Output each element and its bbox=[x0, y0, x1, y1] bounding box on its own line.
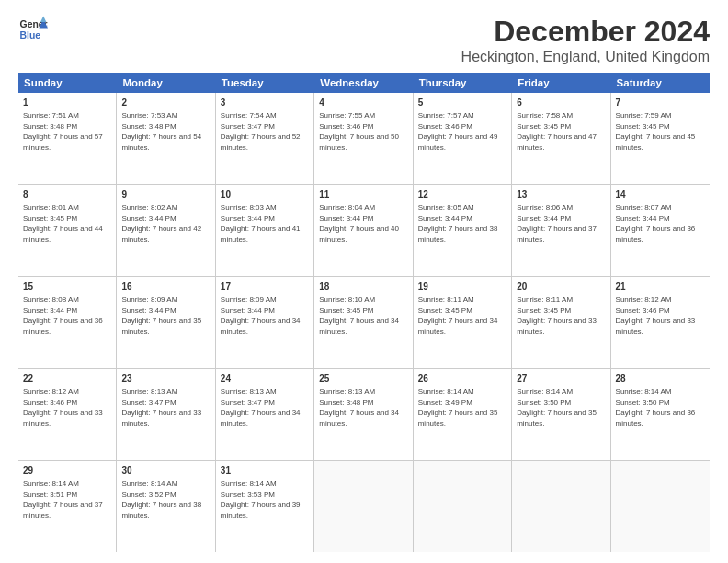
day-number: 15 bbox=[23, 281, 111, 293]
day-info: Sunrise: 8:13 AMSunset: 3:47 PMDaylight:… bbox=[121, 386, 210, 429]
day-info: Sunrise: 7:51 AMSunset: 3:48 PMDaylight:… bbox=[23, 110, 111, 153]
calendar-header: SundayMondayTuesdayWednesdayThursdayFrid… bbox=[18, 73, 710, 93]
cal-cell: 25Sunrise: 8:13 AMSunset: 3:48 PMDayligh… bbox=[314, 369, 413, 460]
cal-week-row: 29Sunrise: 8:14 AMSunset: 3:51 PMDayligh… bbox=[18, 461, 710, 552]
day-info: Sunrise: 8:12 AMSunset: 3:46 PMDaylight:… bbox=[616, 294, 705, 337]
day-info: Sunrise: 8:14 AMSunset: 3:49 PMDaylight:… bbox=[418, 386, 506, 429]
cal-cell: 9Sunrise: 8:02 AMSunset: 3:44 PMDaylight… bbox=[117, 185, 215, 276]
cal-header-day: Thursday bbox=[414, 73, 512, 93]
day-info: Sunrise: 8:07 AMSunset: 3:44 PMDaylight:… bbox=[616, 202, 705, 245]
cal-header-day: Wednesday bbox=[314, 73, 413, 93]
cal-cell: 30Sunrise: 8:14 AMSunset: 3:52 PMDayligh… bbox=[117, 461, 215, 552]
day-number: 19 bbox=[418, 281, 506, 293]
day-number: 3 bbox=[221, 97, 309, 109]
day-info: Sunrise: 7:57 AMSunset: 3:46 PMDaylight:… bbox=[418, 110, 506, 153]
cal-cell: 20Sunrise: 8:11 AMSunset: 3:45 PMDayligh… bbox=[512, 277, 610, 368]
cal-cell: 14Sunrise: 8:07 AMSunset: 3:44 PMDayligh… bbox=[611, 185, 710, 276]
day-info: Sunrise: 8:13 AMSunset: 3:48 PMDaylight:… bbox=[319, 386, 407, 429]
cal-cell: 2Sunrise: 7:53 AMSunset: 3:48 PMDaylight… bbox=[117, 93, 215, 184]
cal-cell: 11Sunrise: 8:04 AMSunset: 3:44 PMDayligh… bbox=[314, 185, 413, 276]
cal-week-row: 15Sunrise: 8:08 AMSunset: 3:44 PMDayligh… bbox=[18, 277, 710, 369]
cal-week-row: 22Sunrise: 8:12 AMSunset: 3:46 PMDayligh… bbox=[18, 369, 710, 461]
header: General Blue December 2024 Heckington, E… bbox=[18, 15, 710, 65]
cal-cell bbox=[414, 461, 512, 552]
title-block: December 2024 Heckington, England, Unite… bbox=[461, 15, 710, 65]
day-number: 17 bbox=[221, 281, 309, 293]
cal-cell: 23Sunrise: 8:13 AMSunset: 3:47 PMDayligh… bbox=[117, 369, 215, 460]
cal-cell: 24Sunrise: 8:13 AMSunset: 3:47 PMDayligh… bbox=[216, 369, 314, 460]
day-number: 20 bbox=[517, 281, 605, 293]
day-info: Sunrise: 8:03 AMSunset: 3:44 PMDaylight:… bbox=[221, 202, 309, 245]
day-number: 2 bbox=[121, 97, 210, 109]
cal-cell: 6Sunrise: 7:58 AMSunset: 3:45 PMDaylight… bbox=[512, 93, 610, 184]
cal-cell: 19Sunrise: 8:11 AMSunset: 3:45 PMDayligh… bbox=[414, 277, 512, 368]
day-number: 27 bbox=[517, 373, 605, 385]
day-info: Sunrise: 8:09 AMSunset: 3:44 PMDaylight:… bbox=[121, 294, 210, 337]
day-number: 30 bbox=[121, 465, 210, 477]
cal-cell: 7Sunrise: 7:59 AMSunset: 3:45 PMDaylight… bbox=[611, 93, 710, 184]
cal-cell: 8Sunrise: 8:01 AMSunset: 3:45 PMDaylight… bbox=[18, 185, 117, 276]
day-number: 1 bbox=[23, 97, 111, 109]
day-number: 6 bbox=[517, 97, 605, 109]
day-number: 9 bbox=[121, 189, 210, 201]
cal-cell: 18Sunrise: 8:10 AMSunset: 3:45 PMDayligh… bbox=[314, 277, 413, 368]
calendar: SundayMondayTuesdayWednesdayThursdayFrid… bbox=[18, 73, 710, 552]
day-number: 29 bbox=[23, 465, 111, 477]
cal-week-row: 1Sunrise: 7:51 AMSunset: 3:48 PMDaylight… bbox=[18, 93, 710, 185]
day-info: Sunrise: 8:11 AMSunset: 3:45 PMDaylight:… bbox=[517, 294, 605, 337]
day-number: 11 bbox=[319, 189, 407, 201]
subtitle: Heckington, England, United Kingdom bbox=[461, 49, 710, 65]
day-info: Sunrise: 8:12 AMSunset: 3:46 PMDaylight:… bbox=[23, 386, 111, 429]
day-info: Sunrise: 8:01 AMSunset: 3:45 PMDaylight:… bbox=[23, 202, 111, 245]
day-info: Sunrise: 8:08 AMSunset: 3:44 PMDaylight:… bbox=[23, 294, 111, 337]
cal-header-day: Tuesday bbox=[216, 73, 314, 93]
day-info: Sunrise: 7:55 AMSunset: 3:46 PMDaylight:… bbox=[319, 110, 407, 153]
day-number: 31 bbox=[221, 465, 309, 477]
day-number: 16 bbox=[121, 281, 210, 293]
day-number: 18 bbox=[319, 281, 407, 293]
day-number: 23 bbox=[121, 373, 210, 385]
calendar-body: 1Sunrise: 7:51 AMSunset: 3:48 PMDaylight… bbox=[18, 93, 710, 552]
cal-week-row: 8Sunrise: 8:01 AMSunset: 3:45 PMDaylight… bbox=[18, 185, 710, 277]
cal-cell bbox=[314, 461, 413, 552]
cal-cell: 29Sunrise: 8:14 AMSunset: 3:51 PMDayligh… bbox=[18, 461, 117, 552]
logo-icon: General Blue bbox=[18, 15, 48, 44]
page: General Blue December 2024 Heckington, E… bbox=[0, 0, 728, 563]
day-number: 13 bbox=[517, 189, 605, 201]
day-number: 10 bbox=[221, 189, 309, 201]
cal-header-day: Sunday bbox=[18, 73, 117, 93]
cal-cell bbox=[512, 461, 610, 552]
cal-cell: 26Sunrise: 8:14 AMSunset: 3:49 PMDayligh… bbox=[414, 369, 512, 460]
cal-cell: 31Sunrise: 8:14 AMSunset: 3:53 PMDayligh… bbox=[216, 461, 314, 552]
day-info: Sunrise: 7:58 AMSunset: 3:45 PMDaylight:… bbox=[517, 110, 605, 153]
day-info: Sunrise: 8:04 AMSunset: 3:44 PMDaylight:… bbox=[319, 202, 407, 245]
day-info: Sunrise: 7:59 AMSunset: 3:45 PMDaylight:… bbox=[616, 110, 705, 153]
cal-cell: 5Sunrise: 7:57 AMSunset: 3:46 PMDaylight… bbox=[414, 93, 512, 184]
cal-cell: 3Sunrise: 7:54 AMSunset: 3:47 PMDaylight… bbox=[216, 93, 314, 184]
day-info: Sunrise: 8:14 AMSunset: 3:53 PMDaylight:… bbox=[221, 478, 309, 521]
cal-cell: 12Sunrise: 8:05 AMSunset: 3:44 PMDayligh… bbox=[414, 185, 512, 276]
day-info: Sunrise: 8:10 AMSunset: 3:45 PMDaylight:… bbox=[319, 294, 407, 337]
day-info: Sunrise: 8:14 AMSunset: 3:51 PMDaylight:… bbox=[23, 478, 111, 521]
cal-cell bbox=[611, 461, 710, 552]
cal-header-day: Saturday bbox=[611, 73, 710, 93]
day-info: Sunrise: 7:54 AMSunset: 3:47 PMDaylight:… bbox=[221, 110, 309, 153]
day-info: Sunrise: 8:06 AMSunset: 3:44 PMDaylight:… bbox=[517, 202, 605, 245]
day-number: 12 bbox=[418, 189, 506, 201]
day-number: 4 bbox=[319, 97, 407, 109]
day-number: 5 bbox=[418, 97, 506, 109]
cal-cell: 16Sunrise: 8:09 AMSunset: 3:44 PMDayligh… bbox=[117, 277, 215, 368]
day-number: 21 bbox=[616, 281, 705, 293]
day-info: Sunrise: 8:13 AMSunset: 3:47 PMDaylight:… bbox=[221, 386, 309, 429]
day-info: Sunrise: 8:14 AMSunset: 3:52 PMDaylight:… bbox=[121, 478, 210, 521]
cal-cell: 10Sunrise: 8:03 AMSunset: 3:44 PMDayligh… bbox=[216, 185, 314, 276]
cal-cell: 15Sunrise: 8:08 AMSunset: 3:44 PMDayligh… bbox=[18, 277, 117, 368]
cal-cell: 4Sunrise: 7:55 AMSunset: 3:46 PMDaylight… bbox=[314, 93, 413, 184]
logo: General Blue bbox=[18, 15, 48, 44]
day-info: Sunrise: 8:09 AMSunset: 3:44 PMDaylight:… bbox=[221, 294, 309, 337]
day-number: 24 bbox=[221, 373, 309, 385]
day-info: Sunrise: 8:14 AMSunset: 3:50 PMDaylight:… bbox=[616, 386, 705, 429]
cal-cell: 21Sunrise: 8:12 AMSunset: 3:46 PMDayligh… bbox=[611, 277, 710, 368]
day-info: Sunrise: 8:05 AMSunset: 3:44 PMDaylight:… bbox=[418, 202, 506, 245]
day-number: 7 bbox=[616, 97, 705, 109]
